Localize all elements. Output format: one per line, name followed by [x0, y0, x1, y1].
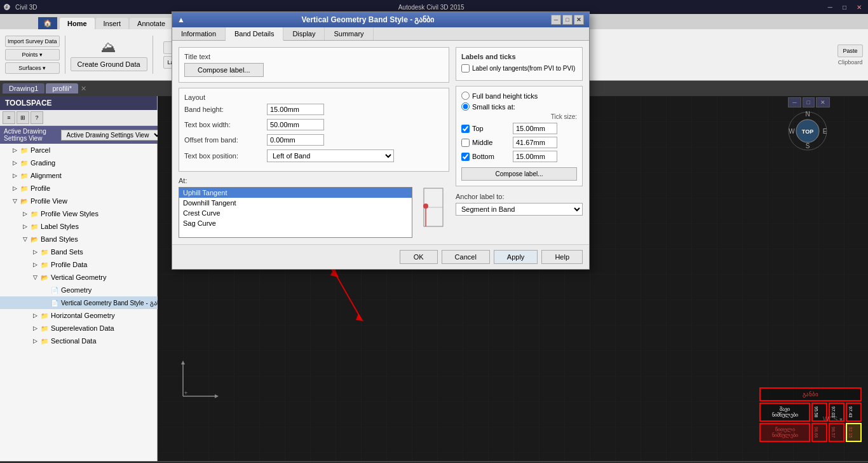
tab-home[interactable]: Home [60, 18, 95, 29]
cad-num-4-label: 98.66 [814, 427, 818, 438]
tree-item-superelevation[interactable]: ▷ 📁 Superelevation Data [0, 322, 166, 335]
title-text-label: Title text [184, 53, 444, 60]
dialog-tab-banddetails[interactable]: Band Details [226, 27, 283, 41]
dialog-max-btn[interactable]: □ [562, 15, 573, 25]
tree-label-ls: Label Styles [39, 223, 79, 230]
file-tab-profili[interactable]: profili* [46, 83, 78, 93]
apply-button[interactable]: Apply [494, 250, 538, 264]
help-button[interactable]: Help [541, 250, 583, 264]
dialog-close-btn[interactable]: ✕ [574, 15, 584, 25]
tree-item-profileviewstyles[interactable]: ▷ 📁 Profile View Styles [0, 207, 166, 220]
folder-icon-vg: 📂 [39, 272, 50, 282]
tree-item-parcel[interactable]: ▷ 📁 Parcel [0, 144, 166, 156]
bottom-checkbox[interactable] [461, 153, 470, 161]
points-btn[interactable]: Points ▾ [5, 49, 60, 60]
dialog-controls: ─ □ ✕ [551, 15, 584, 25]
tree-item-alignment[interactable]: ▷ 📁 Alignment [0, 169, 166, 182]
tree-item-vertgeom[interactable]: ▽ 📂 Vertical Geometry [0, 271, 166, 284]
create-ground-icon: ⛰ [101, 38, 116, 56]
toolbar-btn-1[interactable]: ≡ [3, 111, 15, 124]
tree-label-alignment: Alignment [29, 172, 62, 179]
offset-row: Offset from band: [184, 134, 444, 146]
toolspace-main: ≡ ⊞ ? Active Drawing Settings View Activ… [0, 110, 166, 347]
list-item-uphill[interactable]: Uphill Tangent [179, 188, 412, 198]
min-btn[interactable]: ─ [825, 4, 835, 11]
at-listbox[interactable]: Uphill Tangent Downhill Tangent Crest Cu… [179, 187, 412, 238]
home-icon-btn[interactable]: 🏠 [38, 17, 57, 29]
dialog-body: Title text Compose label... Layout Band … [172, 41, 589, 244]
middle-value-input[interactable] [513, 137, 557, 148]
close-tab-btn[interactable]: ✕ [81, 85, 86, 93]
toolbar-btn-3[interactable]: ? [31, 111, 43, 124]
ok-button[interactable]: OK [400, 250, 438, 264]
tree-item-labelstyles[interactable]: ▷ 📁 Label Styles [0, 220, 166, 233]
app-icon: 🅐 [4, 4, 10, 11]
middle-checkbox[interactable] [461, 139, 470, 147]
label-only-checkbox[interactable] [461, 64, 470, 73]
tree-item-geometry[interactable]: 📄 Geometry [0, 284, 166, 296]
tree-item-grading[interactable]: ▷ 📁 Grading [0, 156, 166, 169]
cad-num-6-label: 32.15 [848, 427, 853, 438]
tree-item-profile[interactable]: ▷ 📁 Profile [0, 182, 166, 195]
file-tab-drawing1[interactable]: Drawing1 [3, 83, 44, 93]
top-checkbox[interactable] [461, 125, 470, 133]
compose-label-btn[interactable]: Compose label... [184, 63, 264, 77]
labels-ticks-section: Labels and ticks Label only tangents(fro… [456, 47, 583, 81]
label-only-tangents-row: Label only tangents(from PVI to PVI) [461, 64, 577, 73]
tree-item-bandsets[interactable]: ▷ 📁 Band Sets [0, 245, 166, 258]
import-survey-btn[interactable]: Import Survey Data [5, 36, 60, 47]
position-select[interactable]: Left of Band Right of Band Top of Band B… [267, 149, 394, 162]
tree-item-bandstyles[interactable]: ▽ 📂 Band Styles [0, 233, 166, 245]
tree-item-horizgeom[interactable]: ▷ 📁 Horizontal Geometry [0, 309, 166, 322]
tree-item-profiledata[interactable]: ▷ 📁 Profile Data [0, 258, 166, 271]
dialog[interactable]: ▲ Vertical Geometry Band Style - განბი ─… [172, 11, 590, 270]
tree-item-ganbi[interactable]: 📄 Vertical Geometry Band Style - განბი [0, 296, 166, 309]
folder-icon-bsets: 📁 [39, 247, 50, 257]
list-item-sag[interactable]: Sag Curve [179, 218, 412, 228]
tick-size-header: Tick size: [461, 113, 577, 120]
dialog-left-panel: Title text Compose label... Layout Band … [179, 47, 449, 238]
active-drawing-label: Active Drawing Settings View [4, 128, 58, 142]
compose-label2-section: Compose label... [461, 167, 577, 181]
dialog-tab-summary[interactable]: Summary [325, 27, 373, 40]
top-value-input[interactable] [513, 123, 557, 134]
small-ticks-radio[interactable] [461, 102, 470, 111]
cad-axes: + [170, 358, 221, 410]
position-row: Text box position: Left of Band Right of… [184, 149, 444, 162]
textbox-width-input[interactable] [267, 119, 324, 130]
tree-item-profileview[interactable]: ▽ 📂 Profile View [0, 195, 166, 207]
ribbon-group-survey: Import Survey Data Points ▾ Surfaces ▾ [5, 36, 60, 74]
tree-item-sectional[interactable]: ▷ 📁 Sectional Data [0, 335, 166, 347]
svg-marker-17 [215, 394, 219, 398]
tab-annotate[interactable]: Annotate [130, 18, 173, 29]
surfaces-btn[interactable]: Surfaces ▾ [5, 62, 60, 74]
cad-box-shavi-label: შავინიშნულები [764, 406, 805, 418]
full-band-radio[interactable] [461, 92, 470, 100]
toolbar-btn-2[interactable]: ⊞ [17, 111, 29, 124]
dialog-tab-display[interactable]: Display [283, 27, 325, 40]
create-ground-btn[interactable]: Create Ground Data [71, 57, 147, 71]
list-item-downhill[interactable]: Downhill Tangent [179, 198, 412, 208]
bottom-value-input[interactable] [513, 151, 557, 162]
cancel-button[interactable]: Cancel [442, 250, 490, 264]
tree-label-geometry: Geometry [60, 286, 92, 294]
top-label: Top [472, 125, 510, 132]
compose-label2-btn[interactable]: Compose label... [461, 167, 577, 181]
view-dropdown[interactable]: Active Drawing Settings View [61, 130, 163, 141]
full-band-label: Full band height ticks [472, 92, 538, 100]
tree-label-parcel: Parcel [29, 146, 50, 154]
dialog-min-btn[interactable]: ─ [551, 15, 561, 25]
band-height-input[interactable] [267, 104, 324, 115]
toolspace-top: ≡ ⊞ ? Active Drawing Settings View Activ… [0, 110, 157, 347]
svg-text:N: N [805, 111, 810, 118]
close-btn[interactable]: ✕ [854, 4, 864, 11]
dialog-tab-information[interactable]: Information [172, 27, 226, 40]
cad-num-6: 32.15 [846, 423, 862, 442]
max-btn[interactable]: □ [840, 4, 849, 11]
paste-btn[interactable]: Paste [837, 45, 863, 57]
offset-input[interactable] [267, 134, 324, 146]
list-item-crest[interactable]: Crest Curve [179, 208, 412, 218]
tab-insert[interactable]: Insert [96, 18, 129, 29]
tree-label-se: Superelevation Data [50, 324, 114, 332]
anchor-select[interactable]: Segment in Band Start of Band End of Ban… [456, 203, 583, 216]
